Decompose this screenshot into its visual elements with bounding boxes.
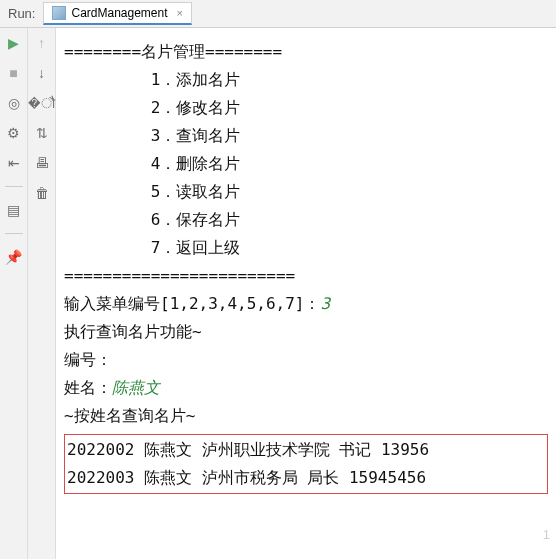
close-icon[interactable]: × xyxy=(177,7,183,19)
down-arrow-icon[interactable]: ↓ xyxy=(33,64,51,82)
stop-icon[interactable]: ■ xyxy=(5,64,23,82)
menu-item: 5．读取名片 xyxy=(64,178,548,206)
pin-icon[interactable]: 📌 xyxy=(5,248,23,266)
result-row: 2022003 陈燕文 泸州市税务局 局长 15945456 xyxy=(67,464,545,492)
header-bar: Run: CardManagement × xyxy=(0,0,556,28)
result-row: 2022002 陈燕文 泸州职业技术学院 书记 13956 xyxy=(67,436,545,464)
separator xyxy=(5,186,23,187)
debug-icon[interactable]: ⚙ xyxy=(5,124,23,142)
menu-item: 6．保存名片 xyxy=(64,206,548,234)
overline-icon[interactable]: �ौ xyxy=(33,94,51,112)
run-label: Run: xyxy=(8,6,35,21)
title-line: ========名片管理======== xyxy=(64,38,548,66)
user-input: 陈燕文 xyxy=(112,378,160,397)
prompt-line: 输入菜单编号[1,2,3,4,5,6,7]：3 xyxy=(64,290,548,318)
user-input: 3 xyxy=(321,294,331,313)
console-output[interactable]: ========名片管理======== 1．添加名片 2．修改名片 3．查询名… xyxy=(56,28,556,559)
menu-item: 4．删除名片 xyxy=(64,150,548,178)
gutter-right: ↑ ↓ �ौ ⇅ 🖶 🗑 xyxy=(28,28,56,559)
name-line: 姓名：陈燕文 xyxy=(64,374,548,402)
run-tab[interactable]: CardManagement × xyxy=(43,2,192,25)
layout-icon[interactable]: ▤ xyxy=(5,201,23,219)
camera-icon[interactable]: ◎ xyxy=(5,94,23,112)
search-line: ~按姓名查询名片~ xyxy=(64,402,548,430)
menu-item: 1．添加名片 xyxy=(64,66,548,94)
id-line: 编号： xyxy=(64,346,548,374)
separator xyxy=(5,233,23,234)
wrap-icon[interactable]: ⇅ xyxy=(33,124,51,142)
trash-icon[interactable]: 🗑 xyxy=(33,184,51,202)
menu-item: 7．返回上级 xyxy=(64,234,548,262)
print-icon[interactable]: 🖶 xyxy=(33,154,51,172)
divider-line: ======================== xyxy=(64,262,548,290)
tab-title: CardManagement xyxy=(71,6,167,20)
watermark: 1 xyxy=(543,524,550,547)
exit-icon[interactable]: ⇤ xyxy=(5,154,23,172)
menu-item: 2．修改名片 xyxy=(64,94,548,122)
gutter-left: ▶ ■ ◎ ⚙ ⇤ ▤ 📌 xyxy=(0,28,28,559)
up-arrow-icon[interactable]: ↑ xyxy=(33,34,51,52)
result-box: 2022002 陈燕文 泸州职业技术学院 书记 13956 2022003 陈燕… xyxy=(64,434,548,494)
main-area: ▶ ■ ◎ ⚙ ⇤ ▤ 📌 ↑ ↓ �ौ ⇅ 🖶 🗑 ========名片管理=… xyxy=(0,28,556,559)
exec-line: 执行查询名片功能~ xyxy=(64,318,548,346)
menu-item: 3．查询名片 xyxy=(64,122,548,150)
file-icon xyxy=(52,6,66,20)
play-icon[interactable]: ▶ xyxy=(5,34,23,52)
